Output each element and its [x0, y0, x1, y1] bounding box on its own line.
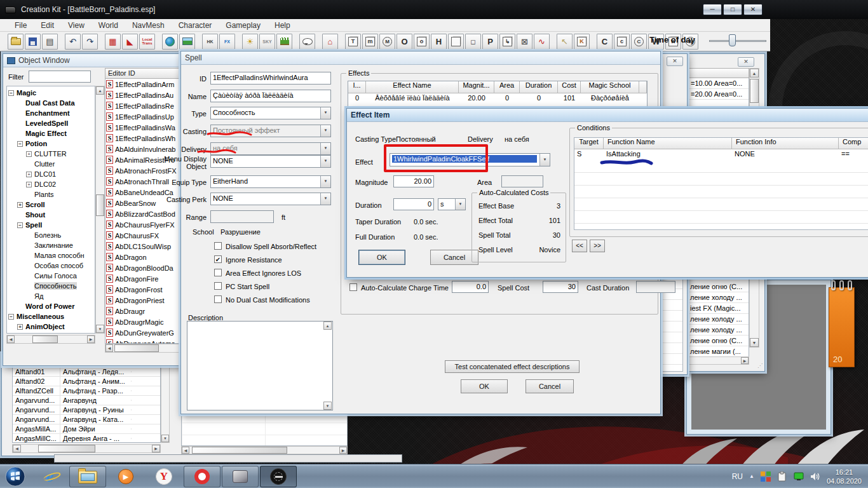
effect-item-titlebar[interactable]: Effect Item [347, 109, 868, 122]
minimize-button[interactable]: ─ [703, 4, 722, 15]
horizontal-scrollbar[interactable]: ◀ ▶ [12, 444, 161, 453]
tree-item[interactable]: Болезнь [8, 230, 95, 240]
tree-item[interactable]: +AnimObject [8, 322, 95, 332]
description-textarea[interactable] [187, 321, 333, 410]
preferences-icon[interactable]: ▤ [42, 34, 58, 50]
clock[interactable]: 16:21 04.08.2020 [827, 468, 862, 485]
cell-row[interactable]: Angarvund...Ангарвунд - Ката... [13, 415, 160, 424]
menu-world[interactable]: World [92, 20, 125, 31]
chevron-down-icon[interactable]: ▼ [320, 107, 330, 119]
conditions-col-function-name[interactable]: Function Name [604, 138, 732, 149]
chevron-down-icon[interactable]: ▼ [320, 176, 330, 187]
scrollbar-thumb[interactable] [32, 336, 58, 343]
list-item[interactable]: SAbDragonFrost [105, 284, 183, 295]
menu-file[interactable]: File [8, 20, 34, 31]
menu-gameplay[interactable]: Gameplay [219, 20, 268, 31]
taskbar-creation-kit[interactable] [260, 466, 297, 487]
taskbar-media-player[interactable]: ▶ [107, 466, 144, 487]
list-item[interactable]: =20.00 Area=0... [689, 89, 749, 100]
ok-button[interactable]: OK [461, 379, 508, 393]
list-item[interactable]: SAbDunGreywaterG [105, 327, 183, 338]
tree-item[interactable]: Особая способ [8, 261, 95, 271]
effects-row[interactable]: 0 Âèõðåâîé ïëàù Ïàëàäèíà 20.00 0 0 101 Ð… [348, 93, 647, 104]
tree-item[interactable]: Малая способн [8, 250, 95, 261]
cell-row[interactable]: Angarvund...Ангарвунд [13, 396, 160, 405]
duration-unit-select[interactable]: s▼ [438, 198, 466, 210]
scroll-left-icon[interactable]: ◀ [182, 447, 189, 454]
cube-m-icon[interactable]: m [362, 34, 378, 50]
pick-light-icon[interactable]: ↖ [557, 34, 573, 50]
tree-item[interactable]: +DLC01 [8, 169, 95, 179]
time-of-day-slider-thumb[interactable] [729, 34, 736, 46]
taskbar-yandex-browser[interactable]: Y [146, 466, 182, 487]
scroll-up-icon[interactable]: ▲ [323, 322, 332, 330]
hidden-icons-chevron-icon[interactable]: ▲ [749, 473, 754, 479]
tree-item[interactable]: Заклинание [8, 240, 95, 250]
vertical-scrollbar[interactable]: ▼ [161, 363, 170, 443]
tree-expander-icon[interactable]: − [17, 222, 23, 228]
casting-perk-select[interactable]: NONE▼ [210, 193, 331, 205]
cube-k-icon[interactable]: K [574, 34, 590, 50]
chevron-down-icon[interactable]: ▼ [320, 156, 330, 167]
chevron-down-icon[interactable]: ▼ [539, 154, 550, 166]
list-item[interactable]: SAbDLC1SoulWisp [105, 241, 183, 252]
scroll-up-icon[interactable]: ▲ [96, 86, 104, 95]
snap-to-grid-icon[interactable]: ▦ [105, 34, 121, 50]
effects-col-index[interactable]: I... [348, 81, 366, 93]
light-icon[interactable]: ☀ [242, 34, 258, 50]
list-item[interactable]: SAbChaurusFX [105, 230, 183, 241]
cube-c-icon[interactable]: c [614, 34, 630, 50]
list-item[interactable]: ление огню (C... [689, 336, 749, 346]
scroll-down-icon[interactable]: ▼ [96, 325, 104, 333]
tree-item[interactable]: −Potion [8, 139, 95, 149]
disallow-absorb-checkbox[interactable] [214, 242, 222, 250]
landscape-icon[interactable] [179, 34, 195, 50]
letter-c-icon[interactable]: C [597, 34, 613, 50]
conditions-col-function-info[interactable]: Function Info [732, 138, 839, 149]
tree-horizontal-scrollbar[interactable]: ◀ ▶ [6, 335, 95, 344]
effects-col-cost[interactable]: Cost [558, 81, 581, 93]
cube-t-icon[interactable]: T [345, 34, 361, 50]
menu-edit[interactable]: Edit [34, 20, 61, 31]
list-item[interactable]: ление холоду ... [689, 292, 749, 303]
tree-item[interactable]: −Miscellaneous [8, 311, 95, 322]
tree-item[interactable]: Plants [8, 189, 95, 200]
spell-cost-input[interactable]: 30 [543, 281, 578, 293]
list-item[interactable]: ление магии (... [689, 346, 749, 357]
duration-input[interactable]: 0 [393, 198, 434, 210]
resize-grip[interactable]: ⋰ [757, 363, 763, 369]
cell-row[interactable]: AngasMillA...Дом Эйри [13, 424, 160, 434]
undo-icon[interactable]: ↶ [65, 34, 81, 50]
list-column-header[interactable] [688, 68, 749, 78]
tree-item[interactable]: Clutter [8, 159, 95, 169]
scrollbar-thumb[interactable] [750, 79, 759, 103]
pc-start-spell-checkbox[interactable] [214, 282, 222, 290]
ok-button[interactable]: OK [358, 250, 405, 265]
test-descriptions-button[interactable]: Test concatenated effect descriptions [445, 360, 580, 373]
list-item[interactable]: ление холоду ... [689, 325, 749, 336]
scroll-right-icon[interactable]: ▶ [339, 447, 347, 454]
cube-icon[interactable] [448, 34, 464, 50]
tree-item[interactable]: Word of Power [8, 301, 95, 311]
circle-m-icon[interactable]: M [379, 34, 395, 50]
language-indicator[interactable]: RU [732, 472, 743, 481]
scroll-left-icon[interactable]: ◀ [7, 336, 15, 343]
filter-input[interactable] [29, 71, 91, 83]
list-item[interactable]: SAbDwarvenAutoma [105, 338, 183, 344]
cancel-button[interactable]: Cancel [526, 379, 574, 393]
tree-item[interactable]: Dual Cast Data [8, 98, 95, 108]
effects-col-name[interactable]: Effect Name [366, 81, 459, 93]
taskbar-windows-explorer[interactable] [69, 466, 106, 487]
taskbar-virtualbox[interactable] [222, 466, 259, 487]
tree-item[interactable]: Magic Effect [8, 128, 95, 139]
charge-time-input[interactable]: 0.0 [452, 281, 489, 293]
clipboard-tray-icon[interactable] [777, 471, 787, 482]
cell-row[interactable]: Alftand02Альфтанд - Аним... [13, 377, 160, 386]
conditions-col-comp[interactable]: Comp [839, 138, 868, 149]
effect-select[interactable]: 1WhirlwindPaladinCloakFFSelf ▼ [390, 153, 550, 166]
havok-icon[interactable]: HK [202, 34, 218, 50]
effects-col-magnitude[interactable]: Magnit... [459, 81, 494, 93]
scrollbar-thumb[interactable] [114, 344, 159, 352]
scroll-down-icon[interactable]: ▼ [750, 338, 759, 347]
list-item[interactable]: SAbDraugr [105, 306, 183, 316]
